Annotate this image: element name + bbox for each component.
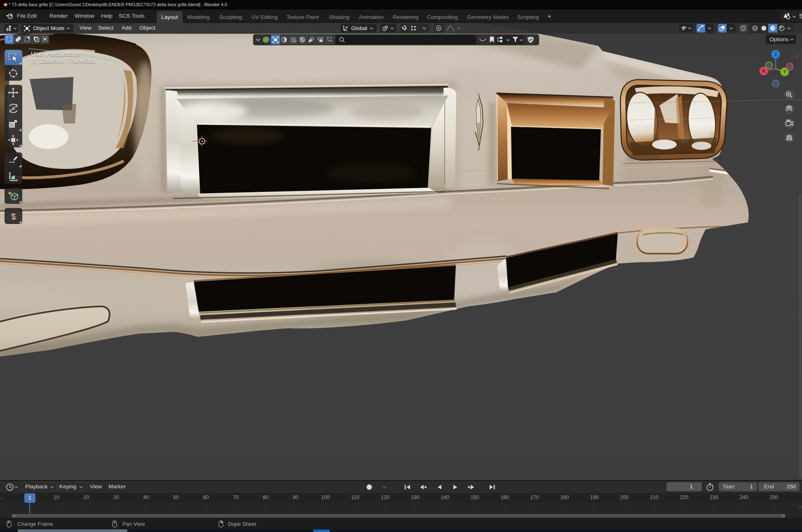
svg-text:Y: Y [783,69,786,74]
svg-text:X: X [762,68,765,73]
svg-text:Z: Z [774,52,777,57]
